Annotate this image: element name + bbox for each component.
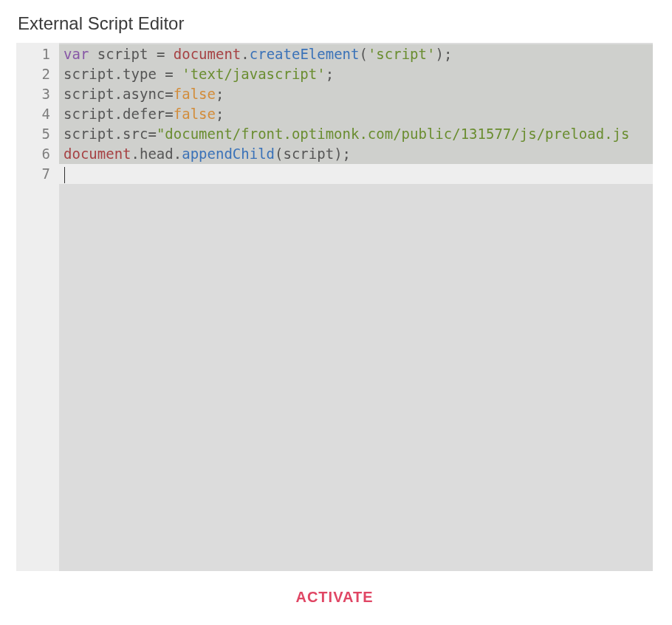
code-token: script	[64, 86, 114, 102]
code-token: 'script'	[368, 46, 436, 62]
code-token: false	[174, 106, 216, 122]
code-token: createElement	[250, 46, 360, 62]
code-token: "document/front.optimonk.com/public/1315…	[157, 126, 630, 142]
code-token: );	[334, 146, 351, 162]
code-line[interactable]: var script = document.createElement('scr…	[59, 44, 653, 64]
code-token: script	[64, 66, 114, 82]
code-token: async	[123, 86, 165, 102]
code-token: .	[114, 86, 123, 102]
code-token: =	[157, 46, 165, 62]
code-token: type	[123, 66, 157, 82]
code-token: document	[174, 46, 241, 62]
code-token: head	[140, 146, 174, 162]
code-token	[148, 46, 156, 62]
code-token: script	[283, 146, 334, 162]
code-token: script	[97, 46, 148, 62]
code-token: .	[114, 106, 123, 122]
code-token: .	[241, 46, 249, 62]
line-number: 5	[16, 124, 59, 144]
code-token: document	[64, 146, 131, 162]
page-title: External Script Editor	[18, 13, 656, 34]
code-token: ;	[216, 86, 224, 102]
code-token: =	[165, 106, 173, 122]
code-token: (	[359, 46, 367, 62]
code-token: =	[148, 126, 156, 142]
code-token: .	[114, 66, 123, 82]
line-number: 7	[16, 164, 59, 184]
line-number: 1	[16, 44, 59, 64]
code-token: ;	[216, 106, 224, 122]
code-token: var	[64, 46, 89, 62]
code-token: =	[165, 66, 173, 82]
line-number: 2	[16, 64, 59, 84]
code-token: appendChild	[182, 146, 275, 162]
code-token: .	[131, 146, 140, 162]
code-token: src	[123, 126, 148, 142]
code-token: script	[64, 106, 114, 122]
code-token: false	[174, 86, 216, 102]
code-token: .	[114, 126, 123, 142]
text-cursor	[64, 167, 65, 183]
code-token	[89, 46, 97, 62]
code-token: .	[174, 146, 182, 162]
code-line[interactable]: document.head.appendChild(script);	[59, 144, 653, 164]
code-area[interactable]: var script = document.createElement('scr…	[59, 43, 653, 571]
code-editor[interactable]: 1234567 var script = document.createElem…	[16, 43, 653, 571]
code-token: 'text/javascript'	[182, 66, 325, 82]
code-token: );	[435, 46, 452, 62]
code-token: defer	[123, 106, 165, 122]
code-token: ;	[326, 66, 334, 82]
code-token: (	[275, 146, 283, 162]
code-token: =	[165, 86, 173, 102]
line-number: 6	[16, 144, 59, 164]
code-line[interactable]	[59, 164, 653, 184]
code-line[interactable]: script.src="document/front.optimonk.com/…	[59, 124, 653, 144]
code-token: script	[64, 126, 114, 142]
code-line[interactable]: script.async=false;	[59, 84, 653, 104]
code-line[interactable]: script.defer=false;	[59, 104, 653, 124]
code-token	[157, 66, 165, 82]
code-line[interactable]: script.type = 'text/javascript';	[59, 64, 653, 84]
line-number: 4	[16, 104, 59, 124]
line-number: 3	[16, 84, 59, 104]
activate-button[interactable]: ACTIVATE	[295, 589, 373, 606]
code-token	[174, 66, 182, 82]
line-number-gutter: 1234567	[16, 43, 59, 571]
code-token	[165, 46, 173, 62]
